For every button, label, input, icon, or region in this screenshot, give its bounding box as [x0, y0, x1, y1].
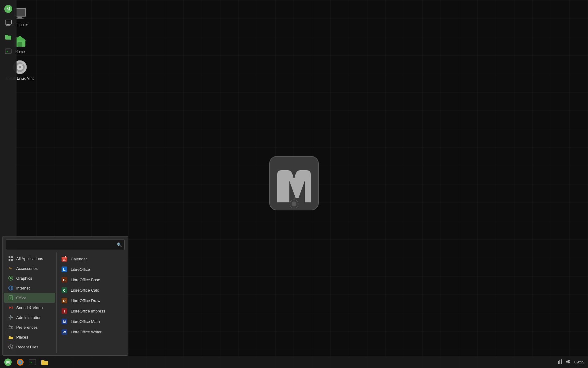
- network-icon[interactable]: [557, 359, 563, 365]
- svg-text:D: D: [63, 299, 66, 303]
- taskbar-bottom-files[interactable]: [39, 357, 50, 368]
- svg-rect-28: [9, 256, 10, 258]
- svg-point-79: [19, 361, 21, 363]
- svg-text:L: L: [63, 267, 66, 272]
- svg-text:M: M: [6, 360, 10, 365]
- category-all-applications[interactable]: All Applications: [4, 254, 55, 263]
- svg-text:I: I: [64, 309, 65, 313]
- calendar-label: Calendar: [71, 257, 87, 261]
- libreoffice-label: LibreOffice: [71, 267, 90, 272]
- app-libreoffice[interactable]: L LibreOffice: [57, 264, 128, 274]
- taskbar-bottom: M >_: [0, 356, 588, 368]
- app-libreoffice-base[interactable]: B LibreOffice Base: [57, 274, 128, 285]
- svg-point-15: [292, 201, 296, 206]
- taskbar-bottom-firefox[interactable]: [15, 357, 26, 368]
- category-administration[interactable]: Administration: [4, 312, 55, 322]
- internet-icon: [8, 285, 14, 291]
- taskbar-bottom-left: M >_: [0, 357, 50, 368]
- category-preferences-label: Preferences: [16, 325, 38, 330]
- svg-rect-84: [561, 359, 562, 364]
- svg-rect-3: [16, 18, 24, 19]
- svg-point-51: [9, 326, 11, 327]
- svg-rect-6: [17, 42, 22, 47]
- category-administration-label: Administration: [16, 315, 41, 320]
- libreoffice-writer-label: LibreOffice Writer: [71, 330, 102, 334]
- search-input[interactable]: [9, 241, 117, 248]
- category-graphics-label: Graphics: [16, 276, 32, 281]
- places-icon: [8, 334, 14, 340]
- category-accessories[interactable]: ✂ Accessories: [4, 263, 55, 273]
- libreoffice-calc-label: LibreOffice Calc: [71, 288, 99, 293]
- app-libreoffice-math[interactable]: M LibreOffice Math: [57, 316, 128, 327]
- office-icon: [8, 295, 14, 301]
- svg-marker-85: [566, 360, 569, 363]
- libreoffice-impress-icon: I: [61, 308, 68, 314]
- taskbar-terminal[interactable]: >_: [2, 45, 15, 58]
- libreoffice-draw-label: LibreOffice Draw: [71, 298, 100, 303]
- category-internet[interactable]: Internet: [4, 283, 55, 293]
- svg-text:C: C: [63, 289, 66, 292]
- taskbar-files[interactable]: [2, 31, 15, 44]
- category-all-label: All Applications: [16, 256, 43, 261]
- category-preferences[interactable]: Preferences: [4, 322, 55, 332]
- libreoffice-impress-label: LibreOffice Impress: [71, 309, 105, 313]
- clock-display: 09:59: [574, 360, 584, 364]
- administration-icon: [8, 314, 14, 320]
- all-apps-icon: [8, 255, 14, 262]
- svg-rect-19: [7, 25, 9, 25]
- svg-point-33: [10, 277, 12, 279]
- sound-icon[interactable]: [566, 359, 571, 365]
- category-list: All Applications ✂ Accessories Graphics: [3, 252, 56, 353]
- svg-rect-31: [11, 259, 13, 261]
- category-recent-files[interactable]: Recent Files: [4, 342, 55, 352]
- taskbar-show-desktop[interactable]: [2, 17, 15, 29]
- app-libreoffice-calc[interactable]: C LibreOffice Calc: [57, 285, 128, 295]
- svg-rect-30: [9, 259, 10, 261]
- libreoffice-math-icon: M: [61, 318, 68, 325]
- taskbar-bottom-mint[interactable]: M: [2, 357, 13, 368]
- category-sound-video[interactable]: Sound & Video: [4, 303, 55, 312]
- category-sound-video-label: Sound & Video: [16, 305, 43, 310]
- category-office[interactable]: Office: [4, 293, 55, 303]
- svg-rect-2: [17, 17, 22, 18]
- svg-point-11: [19, 66, 21, 68]
- app-libreoffice-writer[interactable]: W LibreOffice Writer: [57, 327, 128, 337]
- app-menu-search: 🔍: [3, 236, 128, 252]
- svg-rect-82: [558, 361, 559, 364]
- svg-text:M: M: [63, 320, 66, 324]
- category-places[interactable]: Places: [4, 332, 55, 342]
- desktop: Computer Home: [0, 0, 588, 368]
- libreoffice-draw-icon: D: [61, 297, 68, 304]
- svg-rect-58: [63, 256, 63, 258]
- graphics-icon: [8, 275, 14, 281]
- app-libreoffice-impress[interactable]: I LibreOffice Impress: [57, 306, 128, 316]
- category-graphics[interactable]: Graphics: [4, 273, 55, 283]
- category-internet-label: Internet: [16, 286, 30, 290]
- svg-rect-20: [6, 25, 10, 26]
- svg-rect-18: [5, 20, 11, 24]
- accessories-icon: ✂: [8, 265, 14, 271]
- category-accessories-label: Accessories: [16, 266, 38, 271]
- sound-video-icon: [8, 305, 14, 311]
- taskbar-mintmenu[interactable]: M: [2, 2, 15, 15]
- svg-text:31: 31: [63, 259, 66, 261]
- app-menu: 🔍 All Applications: [2, 236, 128, 356]
- taskbar-bottom-right: 09:59: [557, 359, 588, 365]
- recent-files-icon: [8, 344, 14, 350]
- taskbar-bottom-terminal[interactable]: >_: [27, 357, 38, 368]
- svg-rect-59: [65, 256, 66, 258]
- preferences-icon: [8, 324, 14, 330]
- search-button[interactable]: 🔍: [117, 242, 122, 247]
- libreoffice-base-label: LibreOffice Base: [71, 278, 100, 282]
- libreoffice-base-icon: B: [61, 276, 68, 283]
- svg-text:M: M: [6, 6, 10, 11]
- search-box[interactable]: 🔍: [6, 240, 125, 250]
- app-libreoffice-draw[interactable]: D LibreOffice Draw: [57, 295, 128, 306]
- app-calendar[interactable]: 31 Calendar: [57, 254, 128, 264]
- svg-text:W: W: [63, 330, 66, 334]
- svg-point-44: [10, 317, 11, 318]
- category-places-label: Places: [16, 335, 28, 339]
- libreoffice-writer-icon: W: [61, 328, 68, 335]
- svg-marker-41: [9, 306, 11, 309]
- svg-text:>_: >_: [6, 50, 9, 53]
